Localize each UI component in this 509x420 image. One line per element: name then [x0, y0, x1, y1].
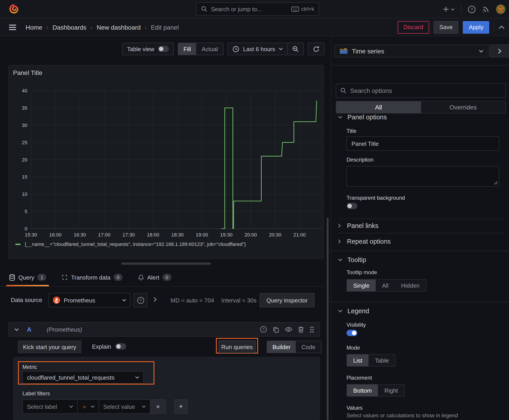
section-legend[interactable]: Legend: [338, 307, 369, 315]
table-view-label: Table view: [127, 45, 154, 52]
chevron-up-icon[interactable]: [499, 25, 504, 29]
save-button[interactable]: Save: [433, 21, 458, 33]
operator-dropdown[interactable]: =: [78, 399, 99, 414]
add-new-button[interactable]: [443, 6, 455, 13]
query-datasource-note: (Prometheus): [47, 326, 82, 333]
breadcrumb-new-dashboard[interactable]: New dashboard: [97, 23, 140, 31]
svg-text:21:00: 21:00: [293, 232, 306, 238]
chevron-down-icon: [91, 405, 95, 408]
options-expand-chevron[interactable]: [153, 297, 157, 302]
avatar[interactable]: [496, 5, 505, 14]
interval-stat: Interval = 30s: [221, 297, 257, 304]
query-help-icon[interactable]: ?: [260, 326, 267, 333]
visualization-value: Time series: [352, 47, 475, 54]
time-series-chart: 403530252015105015:3016:0016:3017:0017:3…: [9, 66, 323, 258]
tooltip-hidden-option[interactable]: Hidden: [395, 279, 426, 291]
tab-alert[interactable]: Alert 0: [135, 268, 174, 286]
legend-right-option[interactable]: Right: [378, 384, 404, 396]
breadcrumb-dashboards[interactable]: Dashboards: [53, 23, 86, 31]
chevron-down-icon: [279, 48, 283, 50]
explain-toggle[interactable]: [115, 343, 126, 350]
grafana-logo-icon[interactable]: [9, 4, 19, 14]
time-range-label: Last 6 hours: [243, 45, 275, 52]
tab-overrides[interactable]: Overrides: [421, 101, 505, 113]
help-icon[interactable]: ?: [468, 5, 476, 13]
delete-query-trash-icon[interactable]: [298, 326, 304, 333]
panel-title-input[interactable]: [347, 136, 499, 151]
pane-resize-handle[interactable]: [121, 262, 211, 265]
tab-all[interactable]: All: [336, 101, 421, 113]
chevron-down-icon: [142, 405, 146, 408]
legend-label: {__name__="cloudflared_tunnel_total_requ…: [25, 241, 246, 247]
apply-button[interactable]: Apply: [463, 21, 489, 33]
collapse-chevron-icon[interactable]: [14, 328, 19, 331]
section-tooltip[interactable]: Tooltip: [338, 256, 366, 263]
legend-table-option[interactable]: Table: [369, 354, 395, 366]
drag-handle-icon[interactable]: [310, 326, 314, 333]
time-range-control: Last 6 hours: [228, 43, 304, 55]
chevron-right-icon: [338, 239, 341, 243]
menu-burger-icon[interactable]: [9, 24, 16, 30]
select-label-dropdown[interactable]: Select label: [23, 399, 78, 414]
section-repeat-options[interactable]: Repeat options: [338, 233, 391, 249]
actual-option[interactable]: Actual: [196, 43, 223, 55]
chevron-down-icon: [338, 310, 342, 312]
section-panel-links[interactable]: Panel links: [338, 218, 378, 232]
options-search-input[interactable]: Search options: [336, 83, 506, 98]
time-range-picker[interactable]: Last 6 hours: [228, 43, 287, 55]
fill-actual-switch: Fill Actual: [177, 43, 224, 55]
legend-list-option[interactable]: List: [347, 354, 369, 366]
metric-value: cloudflared_tunnel_total_requests: [27, 374, 131, 381]
main-area: Table view Fill Actual Last 6 hours: [0, 36, 509, 420]
svg-text:17:00: 17:00: [98, 232, 110, 238]
tab-query[interactable]: Query 1: [6, 268, 49, 286]
svg-text:?: ?: [471, 7, 473, 12]
chart-legend[interactable]: {__name__="cloudflared_tunnel_total_requ…: [15, 241, 246, 247]
visualization-select[interactable]: Time series: [334, 45, 488, 57]
remove-filter-button[interactable]: ×: [150, 399, 166, 414]
collapse-options-button[interactable]: [489, 45, 509, 57]
fill-option[interactable]: Fill: [178, 43, 196, 55]
breadcrumb-home[interactable]: Home: [26, 23, 42, 31]
code-option[interactable]: Code: [296, 341, 321, 353]
duplicate-query-icon[interactable]: [273, 326, 279, 333]
query-editor-header: A (Prometheus) ?: [8, 322, 320, 337]
transparent-background-label: Transparent background: [347, 195, 405, 201]
label-filters-label: Label filters: [23, 390, 50, 397]
legend-placement-switch: Bottom Right: [347, 384, 405, 397]
divider: [461, 5, 461, 14]
run-queries-button[interactable]: Run queries: [219, 341, 255, 353]
description-textarea[interactable]: [347, 166, 499, 187]
legend-mode-switch: List Table: [347, 354, 396, 367]
tooltip-all-option[interactable]: All: [376, 279, 395, 291]
legend-bottom-option[interactable]: Bottom: [347, 384, 378, 396]
panel-preview[interactable]: 403530252015105015:3016:0016:3017:0017:3…: [8, 65, 324, 259]
query-inspector-button[interactable]: Query inspector: [259, 293, 315, 307]
table-view-toggle[interactable]: [158, 46, 168, 52]
datasource-select[interactable]: Prometheus: [48, 293, 131, 307]
breadcrumb: Home › Dashboards › New dashboard › Edit…: [26, 23, 179, 31]
svg-text:40: 40: [22, 88, 27, 94]
query-ref-id[interactable]: A: [27, 326, 31, 333]
select-value-dropdown[interactable]: Select value: [99, 399, 150, 414]
datasource-help-button[interactable]: ?: [134, 293, 147, 307]
transparent-background-toggle[interactable]: [347, 203, 357, 209]
metric-select[interactable]: cloudflared_tunnel_total_requests: [23, 371, 144, 384]
hide-query-eye-icon[interactable]: [285, 327, 292, 332]
zoom-out-button[interactable]: [288, 43, 304, 55]
search-input[interactable]: Search or jump to... ctrl+k: [196, 2, 319, 16]
series-color-dash: [15, 244, 21, 245]
section-panel-options[interactable]: Panel options: [338, 113, 387, 121]
tooltip-single-option[interactable]: Single: [347, 279, 376, 291]
discard-button[interactable]: Discard: [398, 21, 429, 33]
tab-transform-data[interactable]: Transform data 0: [59, 268, 125, 286]
add-filter-button[interactable]: +: [174, 399, 188, 414]
main-scrollbar[interactable]: [327, 218, 328, 420]
legend-values-help: Select values or calculations to show in…: [347, 412, 458, 419]
builder-option[interactable]: Builder: [267, 341, 296, 353]
news-rss-icon[interactable]: [482, 5, 490, 13]
kick-start-button[interactable]: Kick start your query: [18, 341, 81, 353]
divider: [494, 23, 494, 32]
refresh-button[interactable]: [308, 43, 325, 55]
legend-visibility-toggle[interactable]: [347, 330, 357, 336]
